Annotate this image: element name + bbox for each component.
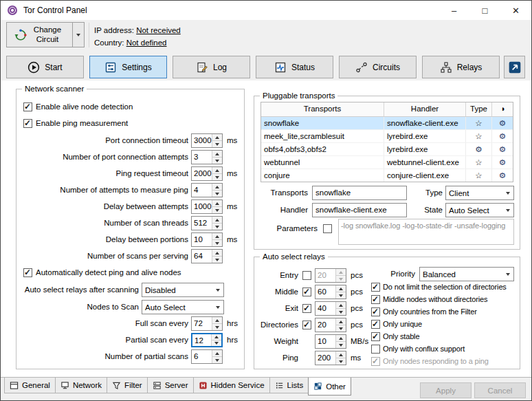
state-select[interactable]: Auto Select	[445, 203, 514, 217]
spin-down-button[interactable]	[212, 323, 222, 330]
transports-input[interactable]: snowflake	[312, 186, 407, 200]
spin-up-button[interactable]	[212, 151, 222, 157]
maximize-button[interactable]: □	[469, 1, 500, 20]
table-row[interactable]: snowflake snowflake-client.exe ☆ ⚙	[261, 117, 513, 130]
spin-up-button[interactable]	[336, 351, 346, 358]
spin-down-button[interactable]	[212, 356, 222, 363]
spin-up-button[interactable]	[212, 350, 222, 356]
spin-down-button[interactable]	[336, 325, 346, 332]
column-header-handler[interactable]: Handler	[384, 102, 466, 116]
transports-table[interactable]: Transports Handler Type ◑ snowflake snow…	[261, 102, 513, 182]
weight-spinbox[interactable]: 10	[315, 334, 346, 349]
tab-filter[interactable]: Filter	[107, 378, 148, 393]
spin-down-button[interactable]	[212, 140, 222, 147]
spin-up-button[interactable]	[336, 318, 346, 325]
tab-lists[interactable]: Lists	[269, 378, 309, 393]
column-header-type[interactable]: Type	[466, 102, 492, 116]
spin-down-button[interactable]	[336, 308, 346, 315]
tab-server[interactable]: Server	[147, 378, 194, 393]
middle-without-directories-checkbox[interactable]	[371, 295, 380, 304]
apply-button[interactable]: Apply	[420, 382, 472, 398]
scans-per-serving-spinbox[interactable]: 64	[191, 249, 223, 263]
partial-scan-every-spinbox[interactable]: 12	[191, 333, 223, 347]
auto-detect-checkbox[interactable]	[23, 268, 32, 277]
no-limit-directories-checkbox[interactable]	[371, 283, 380, 292]
type-select[interactable]: Client	[445, 186, 514, 200]
middle-count-spinbox[interactable]: 60	[315, 285, 346, 299]
port-connection-timeout-spinbox[interactable]: 3000	[191, 133, 223, 148]
nodes-to-scan-select[interactable]: Auto Select	[142, 300, 224, 314]
tab-status[interactable]: Status	[256, 56, 333, 78]
delay-between-attempts-spinbox[interactable]: 1000	[191, 199, 223, 214]
spin-up-button[interactable]	[212, 200, 222, 206]
spin-down-button[interactable]	[212, 256, 222, 263]
spin-down-button[interactable]	[212, 223, 222, 230]
middle-checkbox[interactable]	[302, 288, 311, 296]
spin-up-button[interactable]	[336, 269, 346, 275]
table-row[interactable]: meek_lite,scramblesuit lyrebird.exe ☆ ⚙	[261, 130, 513, 143]
spin-up-button[interactable]	[212, 134, 222, 140]
auto-select-after-scanning-select[interactable]: Disabled	[142, 283, 224, 297]
table-row[interactable]: obfs4,obfs3,obfs2 lyrebird.exe ⚙ ⚙	[261, 143, 513, 156]
spin-down-button[interactable]	[212, 157, 222, 164]
spin-up-button[interactable]	[336, 302, 346, 308]
tab-circuits[interactable]: Circuits	[339, 56, 417, 78]
table-row[interactable]: webtunnel webtunnel-client.exe ☆ ⚙	[261, 156, 513, 169]
only-filter-countries-checkbox[interactable]	[371, 307, 380, 316]
tab-start[interactable]: Start	[6, 56, 84, 78]
spin-up-button[interactable]	[212, 167, 222, 173]
ping-measure-attempts-spinbox[interactable]: 4	[191, 183, 223, 197]
priority-select[interactable]: Balanced	[419, 267, 514, 281]
port-connection-attempts-spinbox[interactable]: 3	[191, 150, 223, 164]
spin-up-button[interactable]	[212, 184, 222, 190]
column-header-transports[interactable]: Transports	[261, 102, 384, 116]
parameters-textarea[interactable]: -log snowflake.log -log-to-state-dir -un…	[338, 219, 514, 245]
only-stable-checkbox[interactable]	[371, 332, 380, 341]
only-unique-checkbox[interactable]	[371, 320, 380, 329]
close-button[interactable]: ✕	[500, 1, 531, 20]
spin-down-button[interactable]	[212, 206, 222, 213]
spin-down-button[interactable]	[212, 239, 222, 246]
handler-input[interactable]: snowflake-client.exe	[312, 203, 407, 217]
full-scan-every-spinbox[interactable]: 72	[191, 316, 223, 331]
enable-ping-measurement-checkbox[interactable]	[23, 119, 32, 128]
spin-up-button[interactable]	[212, 334, 221, 340]
tab-log[interactable]: Log	[173, 56, 250, 78]
only-conflux-checkbox[interactable]	[371, 345, 380, 354]
tab-network[interactable]: Network	[55, 378, 107, 393]
spin-up-button[interactable]	[212, 217, 222, 223]
scan-threads-spinbox[interactable]: 512	[191, 216, 223, 230]
spin-down-button[interactable]	[336, 358, 346, 365]
exit-checkbox[interactable]	[302, 304, 311, 313]
change-circuit-button[interactable]: Change Circuit	[6, 22, 85, 47]
change-circuit-dropdown[interactable]	[72, 23, 84, 47]
ping-spinbox[interactable]: 200	[315, 351, 346, 365]
spin-up-button[interactable]	[212, 233, 222, 239]
spin-up-button[interactable]	[336, 335, 346, 341]
spin-up-button[interactable]	[336, 285, 346, 292]
tab-relays[interactable]: Relays	[422, 56, 500, 78]
spin-down-button[interactable]	[212, 340, 221, 346]
spin-down-button[interactable]	[212, 173, 222, 180]
tab-general[interactable]: General	[4, 378, 56, 393]
minimize-button[interactable]: –	[439, 1, 469, 20]
column-header-contrast-icon[interactable]: ◑	[492, 102, 513, 116]
entry-count-spinbox[interactable]: 20	[315, 268, 346, 283]
partial-scans-count-spinbox[interactable]: 6	[191, 349, 223, 364]
tab-other[interactable]: Other	[308, 378, 351, 395]
delay-between-portions-spinbox[interactable]: 10	[191, 232, 223, 247]
only-ping-responding-checkbox[interactable]	[371, 357, 380, 366]
enable-alive-detection-checkbox[interactable]	[23, 102, 32, 111]
directories-checkbox[interactable]	[302, 321, 311, 329]
spin-down-button[interactable]	[212, 190, 222, 197]
exit-count-spinbox[interactable]: 40	[315, 301, 346, 316]
entry-checkbox[interactable]	[302, 271, 311, 280]
tab-settings[interactable]: Settings	[89, 56, 167, 78]
spin-up-button[interactable]	[212, 250, 222, 256]
parameters-checkbox[interactable]	[323, 224, 332, 233]
spin-up-button[interactable]	[212, 317, 222, 323]
spin-down-button[interactable]	[336, 341, 346, 348]
spin-down-button[interactable]	[336, 275, 346, 282]
corner-action-button[interactable]	[504, 56, 525, 78]
tab-hidden-service[interactable]: Hidden Service	[193, 378, 270, 393]
